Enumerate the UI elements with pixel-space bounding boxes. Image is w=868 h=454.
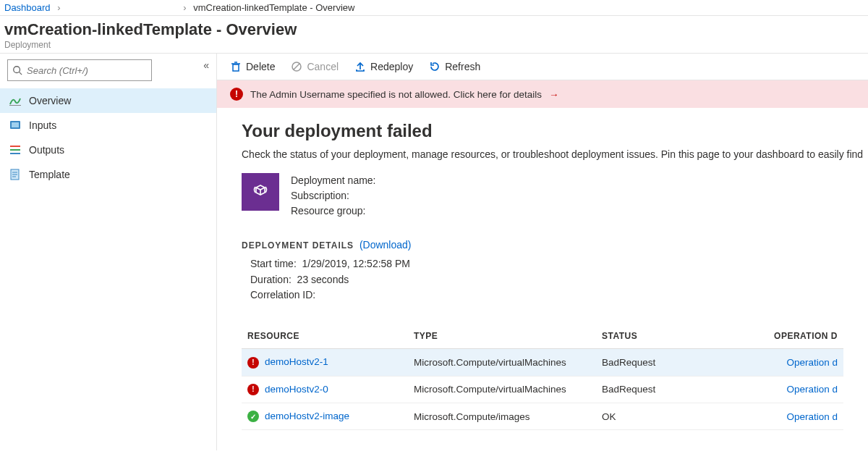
sidebar-item-template[interactable]: Template	[0, 162, 216, 187]
cancel-icon	[291, 61, 302, 72]
deployment-name-label: Deployment name:	[291, 173, 376, 188]
table-row[interactable]: ✓demoHostv2-image Microsoft.Compute/imag…	[242, 403, 843, 429]
status-cell: OK	[596, 403, 733, 429]
svg-rect-2	[9, 105, 21, 106]
error-icon: !	[247, 357, 259, 369]
table-row[interactable]: !demoHostv2-0 Microsoft.Compute/virtualM…	[242, 376, 843, 403]
resource-link[interactable]: demoHostv2-image	[265, 411, 349, 421]
arrow-right-icon: →	[549, 89, 559, 100]
status-cell: BadRequest	[596, 376, 733, 403]
correlation-id-label: Correlation ID:	[250, 287, 843, 303]
error-icon: !	[247, 384, 259, 395]
delete-button[interactable]: Delete	[230, 61, 275, 72]
redeploy-button[interactable]: Redeploy	[354, 61, 413, 72]
resource-link[interactable]: demoHostv2-1	[265, 356, 328, 367]
type-cell: Microsoft.Compute/virtualMachines	[408, 376, 596, 403]
search-box[interactable]	[7, 59, 152, 81]
svg-rect-12	[233, 64, 239, 71]
breadcrumb-root[interactable]: Dashboard	[4, 2, 51, 13]
sidebar-item-label: Overview	[29, 95, 71, 106]
sidebar: « Overview Inputs Outputs	[0, 54, 217, 450]
deployment-icon	[242, 173, 279, 211]
download-link[interactable]: (Download)	[359, 239, 412, 251]
chevron-right-icon: ›	[183, 2, 186, 13]
breadcrumb: Dashboard › › vmCreation-linkedTemplate …	[0, 0, 868, 16]
toolbar: Delete Cancel Redeploy Refresh	[217, 54, 868, 80]
deployment-detail-lines: Start time: 1/29/2019, 12:52:58 PM Durat…	[242, 256, 843, 303]
operation-link[interactable]: Operation d	[786, 411, 838, 422]
table-row[interactable]: !demoHostv2-1 Microsoft.Compute/virtualM…	[242, 349, 843, 376]
start-time-value: 1/29/2019, 12:52:58 PM	[302, 258, 410, 269]
chevron-right-icon: ›	[57, 2, 60, 13]
status-cell: BadRequest	[596, 349, 733, 376]
duration-label: Duration:	[250, 274, 292, 285]
svg-line-16	[294, 64, 299, 70]
refresh-button[interactable]: Refresh	[429, 61, 480, 72]
start-time-label: Start time:	[250, 258, 297, 269]
col-status[interactable]: STATUS	[596, 324, 733, 349]
duration-value: 23 seconds	[297, 274, 349, 285]
deployment-summary: Deployment name: Subscription: Resource …	[291, 173, 376, 219]
sidebar-item-label: Template	[29, 169, 70, 180]
overview-heading: Your deployment failed	[242, 121, 843, 141]
refresh-label: Refresh	[445, 61, 480, 72]
svg-rect-4	[12, 122, 19, 127]
resource-group-label: Resource group:	[291, 203, 376, 219]
type-cell: Microsoft.Compute/virtualMachines	[408, 349, 596, 376]
redeploy-label: Redeploy	[370, 61, 413, 72]
error-banner[interactable]: ! The Admin Username specified is not al…	[217, 80, 868, 108]
col-operation[interactable]: OPERATION D	[733, 324, 843, 349]
sidebar-item-overview[interactable]: Overview	[0, 88, 216, 113]
sidebar-item-label: Inputs	[29, 119, 56, 131]
redeploy-icon	[354, 61, 366, 72]
type-cell: Microsoft.Compute/images	[408, 403, 596, 429]
collapse-sidebar-icon[interactable]: «	[203, 59, 209, 71]
refresh-icon	[429, 61, 441, 72]
subscription-label: Subscription:	[291, 188, 376, 203]
overview-description: Check the status of your deployment, man…	[242, 148, 843, 160]
inputs-icon	[9, 119, 22, 132]
svg-line-1	[20, 72, 22, 75]
search-icon	[12, 65, 22, 75]
page-header: vmCreation-linkedTemplate - Overview Dep…	[0, 16, 868, 53]
operation-link[interactable]: Operation d	[786, 384, 838, 395]
cancel-label: Cancel	[307, 61, 339, 72]
resources-table: RESOURCE TYPE STATUS OPERATION D !demoHo…	[242, 324, 843, 430]
deployment-details-label: DEPLOYMENT DETAILS	[242, 240, 354, 251]
cancel-button: Cancel	[291, 61, 339, 72]
sidebar-item-label: Outputs	[29, 144, 64, 156]
page-subtitle: Deployment	[4, 40, 864, 50]
col-type[interactable]: TYPE	[408, 324, 596, 349]
col-resource[interactable]: RESOURCE	[242, 324, 408, 349]
page-title: vmCreation-linkedTemplate - Overview	[4, 20, 864, 39]
resource-link[interactable]: demoHostv2-0	[265, 384, 328, 395]
overview-icon	[9, 94, 22, 107]
sidebar-item-inputs[interactable]: Inputs	[0, 113, 216, 138]
error-banner-text: The Admin Username specified is not allo…	[250, 89, 542, 100]
success-icon: ✓	[247, 411, 259, 422]
trash-icon	[230, 61, 242, 72]
error-icon: !	[230, 88, 243, 101]
delete-label: Delete	[246, 61, 275, 72]
template-icon	[9, 168, 22, 181]
search-input[interactable]	[22, 65, 149, 76]
breadcrumb-current: vmCreation-linkedTemplate - Overview	[193, 2, 354, 13]
outputs-icon	[9, 143, 22, 156]
svg-point-0	[14, 67, 20, 73]
sidebar-item-outputs[interactable]: Outputs	[0, 138, 216, 162]
operation-link[interactable]: Operation d	[786, 357, 838, 368]
main-content: Delete Cancel Redeploy Refresh ! The Adm…	[217, 54, 868, 450]
